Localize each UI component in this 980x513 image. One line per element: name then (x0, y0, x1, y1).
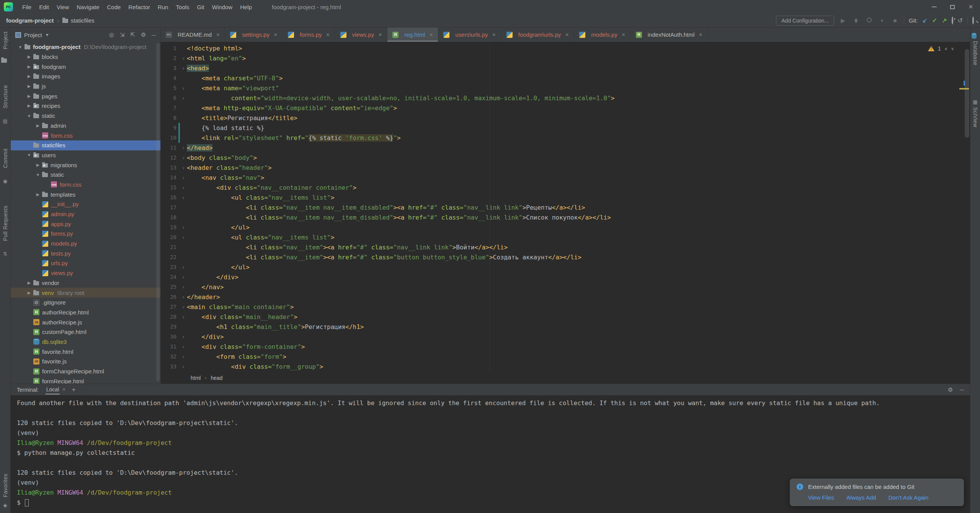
tab-settings-py[interactable]: settings.py✕ (225, 28, 283, 42)
tree-item-formchangerecipe-html[interactable]: HformChangeRecipe.html (11, 366, 160, 376)
chevron-down-icon[interactable]: ▼ (878, 18, 886, 23)
tree-item-js[interactable]: ▶js (11, 81, 160, 91)
tree-item-authorrecipe-html[interactable]: HauthorRecipe.html (11, 308, 160, 318)
fold-marker-icon[interactable]: ∧ (180, 96, 187, 100)
tree-item-vendor[interactable]: ▶vendor (11, 278, 160, 288)
fold-marker-icon[interactable]: ∨ (180, 166, 187, 170)
tree-item-foodgram[interactable]: ▶foodgram (11, 62, 160, 72)
close-icon[interactable]: ✕ (378, 32, 382, 37)
chevron-down-icon[interactable]: ▼ (16, 45, 24, 49)
menu-window[interactable]: Window (208, 4, 236, 10)
git-commit-check-icon[interactable]: ✓ (932, 17, 937, 24)
tree-item-forms-py[interactable]: forms.py (11, 229, 160, 239)
tree-item--init-py[interactable]: __init__.py (11, 199, 160, 209)
database-icon[interactable] (972, 33, 977, 39)
chevron-right-icon[interactable]: ▶ (25, 54, 33, 59)
fold-marker-icon[interactable]: ∨ (180, 66, 187, 70)
tree-item-recipes[interactable]: ▶recipes (11, 101, 160, 111)
fold-marker-icon[interactable]: ∨ (180, 56, 187, 60)
fold-marker-icon[interactable]: ∨ (180, 355, 187, 359)
menu-code[interactable]: Code (103, 4, 124, 10)
project-scrollbar[interactable] (156, 43, 160, 381)
profiler-icon[interactable] (865, 17, 873, 24)
fold-marker-icon[interactable]: ∧ (180, 265, 187, 269)
tree-item-images[interactable]: ▶images (11, 72, 160, 81)
locate-file-icon[interactable]: ◎ (109, 31, 114, 38)
notification-action-view-files[interactable]: View Files (808, 494, 834, 501)
fold-marker-icon[interactable]: ∧ (180, 146, 187, 150)
fold-marker-icon[interactable]: ∨ (180, 365, 187, 369)
tree-item-migrations[interactable]: ▶migrations (11, 160, 160, 170)
chevron-right-icon[interactable]: ▶ (25, 64, 33, 69)
tree-item-favorite-html[interactable]: Hfavorite.html (11, 347, 160, 357)
tool-stripe-commit[interactable]: Commit (2, 148, 8, 168)
project-folder-icon[interactable] (1, 58, 7, 63)
tree-item-form-css[interactable]: cssform.css (11, 180, 160, 190)
tree-item-views-py[interactable]: views.py (11, 268, 160, 278)
close-icon[interactable]: ✕ (492, 32, 496, 37)
tree-item-models-py[interactable]: models.py (11, 239, 160, 249)
tab-reg-html[interactable]: Hreg.html✕ (387, 28, 438, 42)
rollback-icon[interactable]: ↺ (958, 17, 963, 24)
run-icon[interactable]: ▶ (839, 17, 847, 24)
expand-all-icon[interactable]: ⇲ (120, 31, 125, 38)
breadcrumb-head[interactable]: head (211, 375, 222, 381)
project-panel-title[interactable]: Project (24, 32, 42, 38)
menu-run[interactable]: Run (154, 4, 172, 10)
tool-stripe-sciview[interactable]: SciView (972, 107, 978, 127)
tree-item-templates[interactable]: ▶templates (11, 189, 160, 199)
tree-item-static[interactable]: ▼static (11, 111, 160, 121)
chevron-right-icon[interactable]: ▶ (25, 94, 33, 99)
fold-marker-icon[interactable]: ∧ (180, 275, 187, 279)
breadcrumb-staticfiles[interactable]: staticfiles (62, 17, 95, 24)
fold-marker-icon[interactable]: ∧ (180, 295, 187, 299)
hide-panel-icon[interactable]: ─ (152, 32, 156, 38)
close-icon[interactable]: ✕ (429, 32, 433, 37)
tree-item--gitignore[interactable]: ⊘.gitignore (11, 298, 160, 308)
menu-refactor[interactable]: Refactor (124, 4, 154, 10)
next-warning-icon[interactable]: ∨ (951, 46, 954, 51)
chevron-right-icon[interactable]: ▶ (34, 192, 42, 197)
debug-bug-icon[interactable]: ⬮ (852, 18, 860, 24)
fold-marker-icon[interactable]: ∧ (180, 285, 187, 289)
tree-item-favorite-js[interactable]: JSfavorite.js (11, 357, 160, 366)
tool-stripe-structure[interactable]: Structure (2, 85, 8, 108)
tree-item-pages[interactable]: ▶pages (11, 91, 160, 101)
notification-action-always-add[interactable]: Always Add (846, 494, 876, 501)
tab-indexnotauth-html[interactable]: HindexNotAuth.html✕ (631, 28, 708, 42)
tool-stripe-project[interactable]: Project (2, 31, 8, 49)
new-terminal-icon[interactable]: + (72, 386, 75, 394)
error-stripe-caret-mark[interactable] (964, 81, 965, 86)
tree-item-venv[interactable]: ▶venvlibrary root (11, 288, 160, 298)
structure-icon[interactable]: ▤ (3, 118, 7, 124)
close-icon[interactable]: ✕ (216, 32, 220, 37)
fold-marker-icon[interactable]: ∨ (180, 235, 187, 239)
tab-foodgram-urls-py[interactable]: foodgram\urls.py✕ (501, 28, 575, 42)
tree-item-custompage-html[interactable]: HcustomPage.html (11, 327, 160, 337)
favorites-star-icon[interactable]: ★ (2, 502, 8, 509)
chevron-down-icon[interactable]: ▼ (45, 33, 49, 37)
chevron-right-icon[interactable]: ▶ (25, 103, 33, 108)
fold-marker-icon[interactable]: ∨ (180, 156, 187, 160)
tree-item-urls-py[interactable]: urls.py (11, 258, 160, 268)
tree-item-blocks[interactable]: ▶blocks (11, 52, 160, 62)
tab-views-py[interactable]: views.py✕ (335, 28, 388, 42)
tool-stripe-pull-requests[interactable]: Pull Requests (2, 205, 8, 241)
chevron-down-icon[interactable]: ▼ (25, 114, 33, 118)
prev-warning-icon[interactable]: ∧ (944, 46, 947, 51)
menu-help[interactable]: Help (236, 4, 256, 10)
terminal-tab-local[interactable]: Local (46, 385, 60, 394)
fold-marker-icon[interactable]: ∨ (180, 315, 187, 319)
editor-body[interactable]: 1<!doctype html>2∨<html lang="en">3∨<hea… (161, 42, 970, 384)
fold-marker-icon[interactable]: ∨ (180, 176, 187, 180)
tree-item-authorrecipe-js[interactable]: JSauthorRecipe.js (11, 317, 160, 327)
chevron-right-icon[interactable]: ▶ (25, 290, 33, 295)
editor-scrollbar[interactable] (965, 49, 969, 138)
chevron-right-icon[interactable]: ▶ (25, 74, 33, 79)
close-icon[interactable]: ✕ (62, 387, 65, 392)
git-push-icon[interactable]: ↗ (942, 17, 947, 24)
minimize-button[interactable] (925, 0, 943, 14)
breadcrumb-project[interactable]: foodgram-project (6, 17, 54, 24)
fold-marker-icon[interactable]: ∨ (180, 195, 187, 200)
tab-models-py[interactable]: models.py✕ (574, 28, 630, 42)
